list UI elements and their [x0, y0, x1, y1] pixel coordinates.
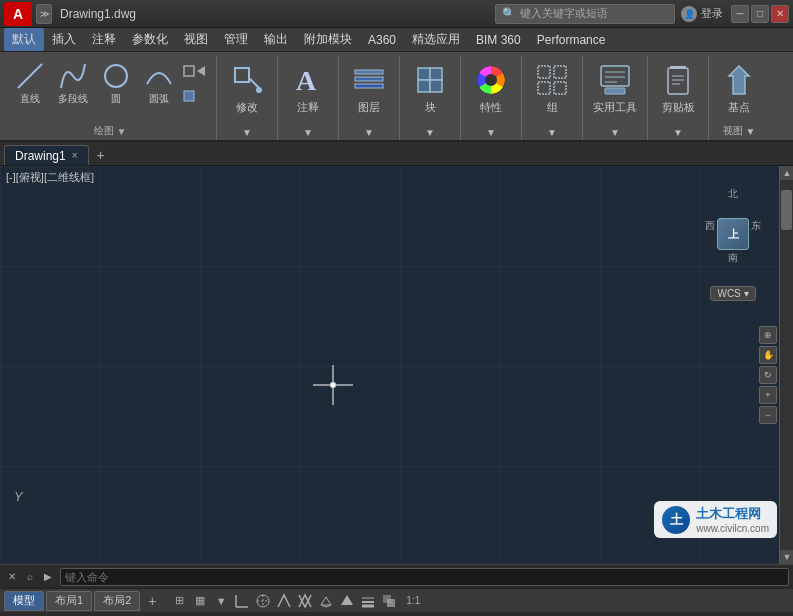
- orbit-button[interactable]: ↻: [759, 366, 777, 384]
- search-placeholder: 键入关键字或短语: [520, 6, 608, 21]
- svg-rect-14: [418, 80, 430, 92]
- menu-item-a360[interactable]: A360: [360, 30, 404, 50]
- draw-extra-btn1[interactable]: [182, 60, 210, 82]
- menu-item-performance[interactable]: Performance: [529, 30, 614, 50]
- osnap-icon[interactable]: [296, 592, 314, 610]
- menu-item-output[interactable]: 输出: [256, 28, 296, 51]
- menu-item-bim360[interactable]: BIM 360: [468, 30, 529, 50]
- tab-bar: Drawing1 × +: [0, 142, 793, 166]
- layout-tab-layout1[interactable]: 布局1: [46, 591, 92, 611]
- menu-item-default[interactable]: 默认: [4, 28, 44, 51]
- snap-tracking-icon[interactable]: [275, 592, 293, 610]
- svg-rect-4: [184, 91, 194, 101]
- user-area[interactable]: 👤 登录: [681, 6, 723, 22]
- draw-tools: 直线 多段线 圆: [10, 58, 210, 124]
- user-avatar-icon: 👤: [681, 6, 697, 22]
- scroll-track[interactable]: [780, 180, 793, 550]
- tool-basepoint-label: 基点: [728, 101, 750, 114]
- zoom-extent-button[interactable]: ⊕: [759, 326, 777, 344]
- pan-button[interactable]: ✋: [759, 346, 777, 364]
- tool-line[interactable]: 直线: [10, 58, 50, 107]
- ribbon-group-block: 块 ▼: [400, 56, 461, 140]
- scroll-down-button[interactable]: ▼: [780, 550, 793, 564]
- minimize-button[interactable]: ─: [731, 5, 749, 23]
- navigation-panel: ⊕ ✋ ↻ + −: [759, 326, 777, 424]
- drawing-canvas[interactable]: [-][俯视][二维线框] Y 北 西 上 东 南: [0, 166, 793, 564]
- viewcube[interactable]: 北 西 上 东 南 WCS ▾: [703, 186, 763, 301]
- tool-annotation-label: 注释: [297, 101, 319, 114]
- zoom-out-button[interactable]: −: [759, 406, 777, 424]
- snap-settings-icon[interactable]: ▼: [212, 592, 230, 610]
- scroll-up-button[interactable]: ▲: [780, 166, 793, 180]
- snap-grid-icon[interactable]: ⊞: [170, 592, 188, 610]
- svg-rect-19: [538, 66, 550, 78]
- tab-close-button[interactable]: ×: [72, 150, 78, 161]
- menu-item-featured[interactable]: 精选应用: [404, 28, 468, 51]
- tool-layers[interactable]: 图层: [345, 58, 393, 116]
- login-label[interactable]: 登录: [701, 6, 723, 21]
- wcs-label[interactable]: WCS ▾: [710, 286, 755, 301]
- tool-polyline[interactable]: 多段线: [53, 58, 93, 107]
- cmd-run-icon[interactable]: ▶: [40, 569, 56, 585]
- annotation-label-bottom: ▼: [303, 127, 313, 140]
- draw-extra-btn2[interactable]: [182, 85, 210, 107]
- svg-marker-33: [729, 66, 749, 94]
- scroll-thumb[interactable]: [781, 190, 792, 230]
- basepoint-icon: [719, 60, 759, 100]
- cmd-recent-icon[interactable]: ⌕: [22, 569, 38, 585]
- menu-item-annotate[interactable]: 注释: [84, 28, 124, 51]
- viewcube-box[interactable]: 上: [717, 218, 749, 250]
- command-input[interactable]: [60, 568, 789, 586]
- tool-annotation[interactable]: A 注释: [284, 58, 332, 116]
- draw-group-label: 绘图 ▼: [94, 124, 127, 140]
- zoom-in-button[interactable]: +: [759, 386, 777, 404]
- layout-tab-model[interactable]: 模型: [4, 591, 44, 611]
- tool-block[interactable]: 块: [406, 58, 454, 116]
- tool-arc[interactable]: 圆弧: [139, 58, 179, 107]
- ortho-icon[interactable]: [233, 592, 251, 610]
- vertical-scrollbar[interactable]: ▲ ▼: [779, 166, 793, 564]
- snap3d-icon[interactable]: [317, 592, 335, 610]
- svg-rect-20: [554, 66, 566, 78]
- search-bar[interactable]: 🔍 键入关键字或短语: [495, 4, 675, 24]
- cmd-close-icon[interactable]: ✕: [4, 569, 20, 585]
- drawing-tab[interactable]: Drawing1 ×: [4, 145, 89, 165]
- tool-basepoint[interactable]: 基点: [715, 58, 763, 116]
- wcs-button[interactable]: WCS ▾: [703, 286, 763, 301]
- lineweight-icon[interactable]: [359, 592, 377, 610]
- new-tab-button[interactable]: +: [91, 145, 111, 165]
- tool-polyline-label: 多段线: [58, 93, 88, 105]
- snap-mode-icon[interactable]: ▦: [191, 592, 209, 610]
- menu-item-addins[interactable]: 附加模块: [296, 28, 360, 51]
- restore-button[interactable]: □: [751, 5, 769, 23]
- menu-item-parametric[interactable]: 参数化: [124, 28, 176, 51]
- viewcube-center-label: 上: [728, 226, 739, 242]
- document-title: Drawing1.dwg: [60, 7, 495, 21]
- tool-group[interactable]: 组: [528, 58, 576, 116]
- tool-arc-label: 圆弧: [149, 93, 169, 105]
- tool-utilities[interactable]: 实用工具: [589, 58, 641, 116]
- menu-bar: 默认 插入 注释 参数化 视图 管理 输出 附加模块 A360 精选应用 BIM…: [0, 28, 793, 52]
- transparency-icon[interactable]: [380, 592, 398, 610]
- dyn-input-icon[interactable]: [338, 592, 356, 610]
- layout-tab-layout2[interactable]: 布局2: [94, 591, 140, 611]
- expand-button[interactable]: ≫: [36, 4, 52, 24]
- tool-modify[interactable]: 修改: [223, 58, 271, 116]
- close-button[interactable]: ✕: [771, 5, 789, 23]
- svg-rect-9: [355, 70, 383, 74]
- search-icon: 🔍: [502, 7, 516, 20]
- tool-group-label: 组: [547, 101, 558, 114]
- tool-circle[interactable]: 圆: [96, 58, 136, 107]
- scale-label: 1:1: [401, 592, 425, 610]
- app-logo-icon[interactable]: A: [4, 2, 32, 26]
- ribbon-group-modify: 修改 ▼: [217, 56, 278, 140]
- menu-item-insert[interactable]: 插入: [44, 28, 84, 51]
- svg-rect-2: [184, 66, 194, 76]
- add-layout-button[interactable]: +: [142, 591, 162, 611]
- ribbon-group-group: 组 ▼: [522, 56, 583, 140]
- menu-item-view[interactable]: 视图: [176, 28, 216, 51]
- tool-properties[interactable]: 特性: [467, 58, 515, 116]
- tool-clipboard[interactable]: 剪贴板: [654, 58, 702, 116]
- polar-icon[interactable]: [254, 592, 272, 610]
- menu-item-manage[interactable]: 管理: [216, 28, 256, 51]
